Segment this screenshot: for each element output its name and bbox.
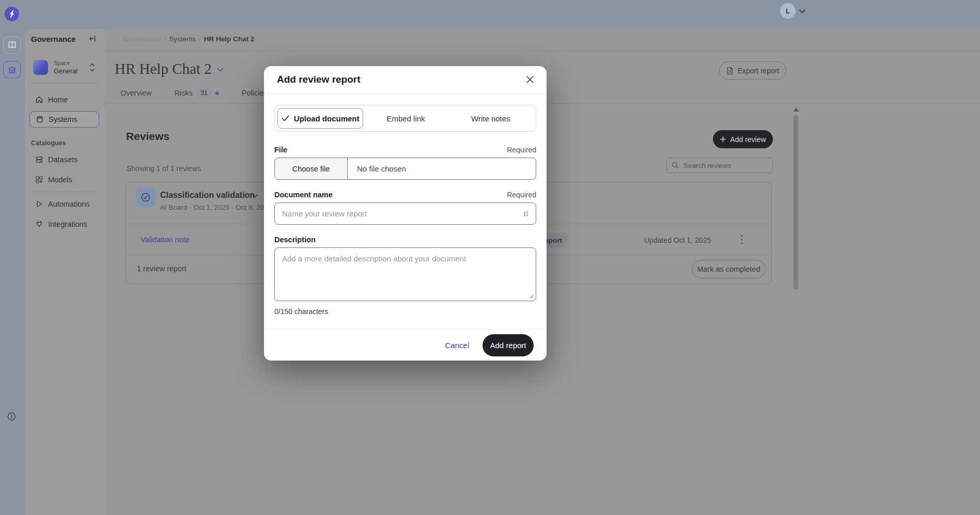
showing-count-text: Showing 1 of 1 reviews [127,164,201,173]
title-dropdown-icon[interactable] [216,67,224,72]
sidebar: Governance Space General Home [25,29,105,515]
docs-rail-button[interactable] [3,36,21,54]
space-avatar [33,60,48,75]
breadcrumb-governance[interactable]: Governance [123,35,161,43]
mark-completed-button[interactable]: Mark as completed [692,260,766,278]
search-reviews-box [666,158,773,173]
tab-label: Risks [174,89,192,97]
sidebar-item-models[interactable]: Models [29,171,99,188]
breadcrumb-current: HR Help Chat 2 [204,35,255,43]
report-count-text: 1 review report [137,264,186,273]
space-selector[interactable]: Space General [31,60,99,77]
page-title: HR Help Chat 2 [115,60,212,77]
sidebar-item-label: Systems [49,115,77,123]
logo-icon [8,10,15,18]
seal-check-icon [140,192,151,203]
automations-play-icon [35,200,43,208]
modal-footer: Cancel Add report [264,329,547,361]
integrations-plug-icon [35,220,43,228]
breadcrumb-separator: / [199,35,201,43]
sidebar-item-automations[interactable]: Automations [29,196,99,212]
breadcrumb-systems[interactable]: Systems [169,35,196,43]
description-textarea[interactable] [275,248,536,301]
search-icon [672,162,679,169]
risks-alert-dot [215,91,219,95]
segment-label: Embed link [386,114,425,123]
page-tabs: Overview Risks 31 Policies 2 [120,83,283,103]
scrollbar-up-arrow[interactable] [794,107,799,112]
add-review-report-modal: Add review report Upload document Embed … [264,66,547,361]
sidebar-item-datasets[interactable]: Datasets [29,151,99,168]
add-review-label: Add review [730,135,766,144]
character-counter: 0/150 characters [274,307,328,316]
sidebar-item-home[interactable]: Home [29,91,99,108]
review-subtitle: AI Board · Oct 1, 2025 - Oct 8, 2025 [160,204,272,211]
datasets-icon [35,155,43,164]
report-type-segmented-control: Upload document Embed link Write notes [274,105,536,132]
tab-overview[interactable]: Overview [120,89,151,97]
sidebar-title: Governance [31,35,76,43]
governance-rail-button[interactable] [3,61,21,79]
bank-icon [8,66,17,74]
sidebar-item-label: Datasets [48,155,77,164]
file-label-row: File Required [274,146,536,154]
report-menu-kebab-icon[interactable] [738,234,746,245]
modal-title: Add review report [277,74,361,85]
space-name: General [54,67,77,75]
book-icon [8,41,17,50]
add-report-button[interactable]: Add report [483,334,534,356]
document-name-input[interactable] [275,209,524,218]
space-label: Space [54,60,70,66]
scrollbar-thumb[interactable] [794,115,798,290]
file-required-tag: Required [507,146,536,154]
add-review-button[interactable]: Add review [713,130,773,148]
document-name-label-row: Document name Required [274,191,536,199]
no-file-chosen-text: No file chosen [348,158,406,179]
sidebar-section-catalogues: Catalogues [31,139,66,147]
review-expand-icon[interactable] [252,194,258,198]
icon-rail [0,29,25,515]
sidebar-item-systems[interactable]: Systems [29,111,99,128]
tab-risks[interactable]: Risks 31 [174,88,219,98]
sidebar-divider [31,192,99,192]
resize-handle-icon[interactable] [528,293,534,299]
description-field-wrap [274,247,536,301]
help-info-button[interactable] [7,412,16,421]
app-window: L [0,0,980,515]
sidebar-item-label: Integrations [48,220,87,228]
check-icon [282,115,289,121]
segment-label: Upload document [294,114,360,123]
file-input[interactable]: Choose file No file chosen [274,158,536,180]
review-status-tile [136,188,155,207]
space-switch-icon [89,62,96,73]
breadcrumb-separator: / [164,35,166,43]
choose-file-button[interactable]: Choose file [275,158,348,179]
search-reviews-input[interactable] [682,161,762,170]
description-label-row: Description [274,236,536,244]
user-avatar[interactable]: L [780,3,796,19]
app-logo[interactable] [5,7,19,21]
segment-upload-document[interactable]: Upload document [277,108,363,129]
cancel-button[interactable]: Cancel [445,341,469,350]
segment-embed-link[interactable]: Embed link [363,108,448,129]
review-title: Classification validation [160,191,255,200]
document-name-label: Document name [274,191,333,199]
collapse-sidebar-icon[interactable] [88,34,97,43]
sidebar-item-label: Models [48,176,72,184]
validation-note-link[interactable]: Validation note [141,236,190,244]
segment-write-notes[interactable]: Write notes [448,108,533,129]
file-label: File [274,146,287,154]
tab-label: Overview [120,89,151,97]
close-icon[interactable] [525,74,535,85]
export-report-button[interactable]: Export report [719,61,786,80]
input-indicator-icon [524,210,530,217]
sidebar-item-label: Home [48,96,68,104]
sidebar-divider [31,83,99,84]
user-menu-chevron-icon[interactable] [799,9,806,14]
sidebar-item-integrations[interactable]: Integrations [29,216,99,232]
description-label: Description [274,236,316,244]
updated-date-text: Updated Oct 1, 2025 [644,236,711,244]
document-name-field-wrap [274,202,536,225]
document-icon [726,67,734,75]
export-report-label: Export report [738,67,780,75]
